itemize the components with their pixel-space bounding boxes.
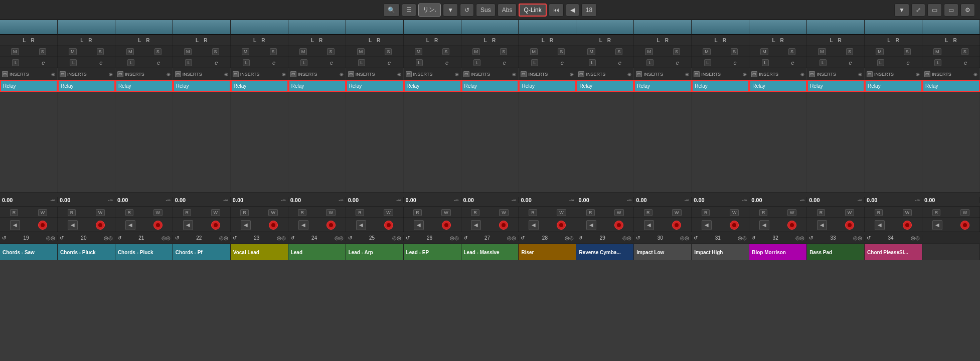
l-btn-5[interactable]: L	[243, 59, 250, 66]
play-arrow-16[interactable]: ◀	[875, 220, 885, 230]
inserts-cell-9[interactable]: ▭ INSERTS ◉	[461, 68, 519, 80]
l-btn-3[interactable]: L	[127, 59, 134, 66]
m-btn-15[interactable]: M	[818, 48, 826, 55]
track-name-3[interactable]: Chords - Pluck	[115, 244, 173, 260]
inserts-cell-14[interactable]: ▭ INSERTS ◉	[749, 68, 807, 80]
track-name-2[interactable]: Chords - Pluck	[58, 244, 115, 260]
w-btn-12[interactable]: W	[672, 209, 682, 216]
vol-num-5[interactable]: 0.00-∞	[231, 197, 288, 203]
w-btn-7[interactable]: W	[384, 209, 393, 216]
vol-num-14[interactable]: 0.00-∞	[749, 197, 807, 203]
track-name-1[interactable]: Chords - Saw	[0, 244, 58, 260]
inserts-cell-1[interactable]: ▭ INSERTS ◉	[0, 68, 58, 80]
s-btn-9[interactable]: S	[500, 48, 507, 55]
track-name-15[interactable]: Bass Pad	[807, 244, 865, 260]
ch-top-btn-13[interactable]	[692, 20, 749, 35]
s-btn-10[interactable]: S	[558, 48, 565, 55]
r-btn-8[interactable]: R	[413, 209, 422, 216]
ch-top-btn-7[interactable]	[346, 20, 404, 35]
ch-top-btn-1[interactable]	[0, 20, 58, 35]
play-arrow-7[interactable]: ◀	[356, 220, 366, 230]
r-btn-2[interactable]: R	[68, 209, 76, 216]
record-btn-5[interactable]	[269, 221, 278, 230]
ch-top-btn-2[interactable]	[58, 20, 115, 35]
s-btn-16[interactable]: S	[904, 48, 911, 55]
relay-cell-3[interactable]: Relay	[115, 80, 173, 92]
inserts-cell-13[interactable]: ▭ INSERTS ◉	[692, 68, 749, 80]
s-btn-12[interactable]: S	[673, 48, 680, 55]
vol-num-15[interactable]: 0.00-∞	[807, 197, 865, 203]
relay-cell-4[interactable]: Relay	[173, 80, 231, 92]
w-btn-14[interactable]: W	[787, 209, 797, 216]
s-btn-2[interactable]: S	[97, 48, 104, 55]
track-name-9[interactable]: Lead - Massive	[461, 244, 519, 260]
r-btn-16[interactable]: R	[875, 209, 883, 216]
s-btn-3[interactable]: S	[154, 48, 161, 55]
inserts-cell-7[interactable]: ▭ INSERTS ◉	[346, 68, 404, 80]
track-name-7[interactable]: Lead - Arp	[346, 244, 404, 260]
m-btn-14[interactable]: M	[760, 48, 768, 55]
relay-cell-2[interactable]: Relay	[58, 80, 115, 92]
s-btn-14[interactable]: S	[788, 48, 795, 55]
record-btn-9[interactable]	[499, 221, 508, 230]
record-btn-10[interactable]	[557, 221, 566, 230]
record-btn-16[interactable]	[903, 221, 912, 230]
dropdown-arrow-button[interactable]: ▼	[443, 4, 458, 17]
l-btn-8[interactable]: L	[416, 59, 423, 66]
inserts-cell-17[interactable]: ▭ INSERTS ◉	[922, 68, 980, 80]
s-btn-1[interactable]: S	[39, 48, 46, 55]
play-arrow-6[interactable]: ◀	[298, 220, 308, 230]
m-btn-2[interactable]: M	[69, 48, 77, 55]
l-btn-13[interactable]: L	[704, 59, 711, 66]
l-btn-14[interactable]: L	[762, 59, 769, 66]
play-arrow-10[interactable]: ◀	[529, 220, 539, 230]
play-arrow-12[interactable]: ◀	[644, 220, 654, 230]
m-btn-3[interactable]: M	[126, 48, 134, 55]
ch-top-btn-16[interactable]	[865, 20, 922, 35]
inserts-cell-4[interactable]: ▭ INSERTS ◉	[173, 68, 231, 80]
l-btn-7[interactable]: L	[358, 59, 365, 66]
inserts-cell-5[interactable]: ▭ INSERTS ◉	[231, 68, 288, 80]
inserts-cell-2[interactable]: ▭ INSERTS ◉	[58, 68, 115, 80]
record-btn-7[interactable]	[384, 221, 393, 230]
ch-top-btn-8[interactable]	[404, 20, 461, 35]
sus-button[interactable]: Sus	[476, 4, 496, 17]
relay-cell-5[interactable]: Relay	[231, 80, 288, 92]
w-btn-15[interactable]: W	[845, 209, 855, 216]
vol-num-3[interactable]: 0.00-∞	[115, 197, 173, 203]
relay-cell-16[interactable]: Relay	[865, 80, 922, 92]
w-btn-9[interactable]: W	[499, 209, 509, 216]
vol-num-10[interactable]: 0.00-∞	[519, 197, 576, 203]
l-btn-15[interactable]: L	[820, 59, 827, 66]
vol-num-4[interactable]: 0.00-∞	[173, 197, 231, 203]
track-name-14[interactable]: Blop Morrison	[749, 244, 807, 260]
r-btn-1[interactable]: R	[10, 209, 19, 216]
play-arrow-15[interactable]: ◀	[817, 220, 827, 230]
m-btn-12[interactable]: M	[645, 48, 653, 55]
relay-cell-15[interactable]: Relay	[807, 80, 865, 92]
ch-top-btn-4[interactable]	[173, 20, 231, 35]
vol-num-7[interactable]: 0.00-∞	[346, 197, 404, 203]
record-btn-13[interactable]	[730, 221, 739, 230]
ch-top-btn-6[interactable]	[288, 20, 346, 35]
l-btn-2[interactable]: L	[70, 59, 77, 66]
s-btn-8[interactable]: S	[442, 48, 449, 55]
kana-button[interactable]: リン.	[418, 4, 441, 17]
gear-button[interactable]: ⚙	[960, 4, 975, 17]
relay-cell-17[interactable]: Relay	[922, 80, 980, 92]
inserts-cell-11[interactable]: ▭ INSERTS ◉	[576, 68, 634, 80]
ch-top-btn-15[interactable]	[807, 20, 865, 35]
r-btn-9[interactable]: R	[471, 209, 479, 216]
record-btn-6[interactable]	[326, 221, 336, 230]
relay-cell-12[interactable]: Relay	[634, 80, 692, 92]
refresh-button[interactable]: ↺	[460, 4, 474, 17]
s-btn-17[interactable]: S	[961, 48, 968, 55]
l-btn-1[interactable]: L	[12, 59, 19, 66]
play-arrow-2[interactable]: ◀	[68, 220, 78, 230]
prev-button[interactable]: ⏮	[549, 4, 564, 17]
m-btn-17[interactable]: M	[933, 48, 941, 55]
w-btn-3[interactable]: W	[153, 209, 163, 216]
play-arrow-5[interactable]: ◀	[241, 220, 251, 230]
vol-num-17[interactable]: 0.00	[922, 197, 980, 203]
vol-num-16[interactable]: 0.00-∞	[865, 197, 922, 203]
